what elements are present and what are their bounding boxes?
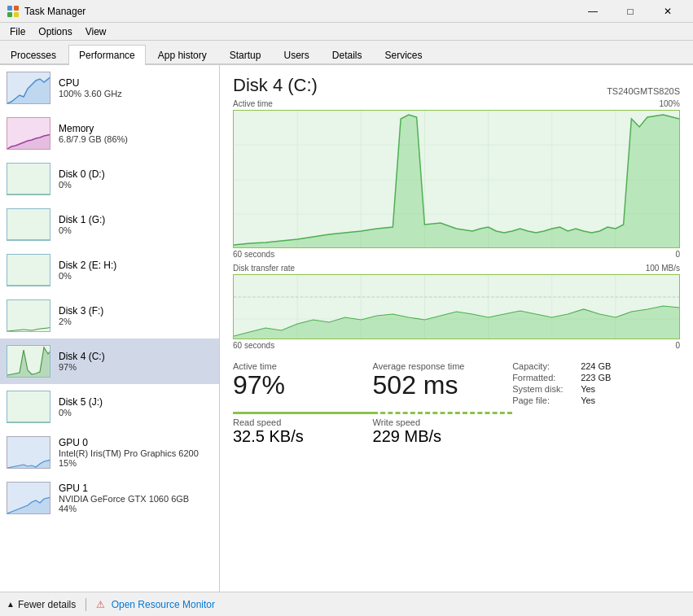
sidebar-item-disk1[interactable]: Disk 1 (G:) 0% bbox=[0, 202, 219, 247]
disk3-name: Disk 3 (F:) bbox=[59, 305, 213, 317]
active-time-max: 100% bbox=[659, 99, 680, 108]
svg-marker-6 bbox=[7, 347, 50, 378]
svg-rect-1 bbox=[14, 6, 19, 11]
menu-view[interactable]: View bbox=[79, 24, 113, 39]
panel-title: Disk 4 (C:) bbox=[233, 75, 318, 96]
open-resource-monitor-button[interactable]: ⚠ Open Resource Monitor bbox=[96, 599, 215, 610]
avg-response-value: 502 ms bbox=[373, 371, 513, 400]
active-time-min: 0 bbox=[675, 250, 680, 259]
disk1-value: 0% bbox=[59, 225, 213, 235]
cpu-info: CPU 100% 3.60 GHz bbox=[59, 77, 213, 98]
read-speed-value: 32.5 KB/s bbox=[233, 427, 373, 446]
svg-rect-0 bbox=[7, 6, 12, 11]
svg-marker-4 bbox=[7, 76, 50, 104]
gpu0-value: 15% bbox=[59, 458, 213, 468]
cpu-value: 100% 3.60 GHz bbox=[59, 89, 213, 98]
gpu1-name: GPU 1 bbox=[59, 483, 213, 494]
close-button[interactable]: ✕ bbox=[649, 0, 686, 23]
menu-file[interactable]: File bbox=[3, 24, 32, 39]
window-title: Task Manager bbox=[24, 6, 574, 17]
gpu1-model: NVIDIA GeForce GTX 1060 6GB bbox=[59, 494, 213, 504]
fewer-details-button[interactable]: ▲ Fewer details bbox=[7, 599, 76, 610]
disk4-thumbnail bbox=[7, 345, 50, 378]
disk5-thumbnail bbox=[7, 391, 50, 423]
sidebar-item-memory[interactable]: Memory 6.8/7.9 GB (86%) bbox=[0, 111, 219, 156]
info-col: Capacity: 224 GB Formatted: 223 GB Syste… bbox=[512, 361, 680, 407]
write-speed-label: Write speed bbox=[373, 417, 513, 427]
write-speed-col: Write speed 229 MB/s bbox=[373, 412, 513, 446]
disk2-thumbnail bbox=[7, 254, 50, 286]
disk1-name: Disk 1 (G:) bbox=[59, 214, 213, 225]
cpu-name: CPU bbox=[59, 77, 213, 89]
gpu1-value: 44% bbox=[59, 504, 213, 513]
gpu1-thumbnail bbox=[7, 482, 50, 514]
formatted-value: 223 GB bbox=[581, 373, 611, 382]
write-speed-value: 229 MB/s bbox=[373, 427, 513, 446]
menu-options[interactable]: Options bbox=[32, 24, 78, 39]
memory-thumbnail bbox=[7, 117, 50, 150]
svg-rect-2 bbox=[7, 12, 12, 17]
disk0-value: 0% bbox=[59, 180, 213, 190]
disk1-info: Disk 1 (G:) 0% bbox=[59, 214, 213, 235]
tab-app-history[interactable]: App history bbox=[147, 45, 217, 65]
disk2-info: Disk 2 (E: H:) 0% bbox=[59, 260, 213, 281]
formatted-label: Formatted: bbox=[512, 373, 577, 382]
disk3-value: 2% bbox=[59, 317, 213, 326]
main-content: CPU 100% 3.60 GHz Memory 6.8/7.9 GB (86%… bbox=[0, 65, 693, 592]
stats-section: Active time 97% Average response time 50… bbox=[233, 361, 680, 407]
tab-startup[interactable]: Startup bbox=[219, 45, 272, 65]
sidebar-item-disk4[interactable]: Disk 4 (C:) 97% bbox=[0, 339, 219, 384]
tab-users[interactable]: Users bbox=[273, 45, 319, 65]
sidebar-item-disk3[interactable]: Disk 3 (F:) 2% bbox=[0, 293, 219, 339]
active-time-section: Active time 100% bbox=[233, 99, 680, 259]
system-disk-label: System disk: bbox=[512, 384, 577, 394]
page-file-label: Page file: bbox=[512, 395, 577, 405]
sidebar: CPU 100% 3.60 GHz Memory 6.8/7.9 GB (86%… bbox=[0, 65, 220, 592]
sidebar-item-cpu[interactable]: CPU 100% 3.60 GHz bbox=[0, 65, 219, 111]
tab-processes[interactable]: Processes bbox=[0, 45, 67, 65]
gpu0-model: Intel(R) Iris(TM) Pro Graphics 6200 bbox=[59, 448, 213, 458]
disk2-value: 0% bbox=[59, 271, 213, 281]
maximize-button[interactable]: □ bbox=[612, 0, 649, 23]
svg-marker-8 bbox=[7, 497, 50, 514]
transfer-rate-chart bbox=[233, 274, 680, 339]
capacity-label: Capacity: bbox=[512, 361, 577, 371]
avg-response-stat: Average response time 502 ms bbox=[373, 361, 513, 407]
sidebar-item-gpu0[interactable]: GPU 0 Intel(R) Iris(TM) Pro Graphics 620… bbox=[0, 430, 219, 475]
active-time-stat-value: 97% bbox=[233, 371, 373, 400]
disk0-info: Disk 0 (D:) 0% bbox=[59, 168, 213, 190]
sidebar-item-disk5[interactable]: Disk 5 (J:) 0% bbox=[0, 384, 219, 430]
app-icon bbox=[7, 5, 20, 18]
system-disk-value: Yes bbox=[581, 384, 595, 394]
right-panel: Disk 4 (C:) TS240GMTS820S Active time 10… bbox=[220, 65, 693, 592]
sidebar-item-gpu1[interactable]: GPU 1 NVIDIA GeForce GTX 1060 6GB 44% bbox=[0, 475, 219, 521]
system-disk-row: System disk: Yes bbox=[512, 384, 680, 394]
resource-monitor-icon: ⚠ bbox=[96, 599, 105, 610]
bottom-divider bbox=[86, 598, 86, 611]
sidebar-item-disk0[interactable]: Disk 0 (D:) 0% bbox=[0, 156, 219, 202]
cpu-thumbnail bbox=[7, 72, 50, 104]
minimize-button[interactable]: — bbox=[574, 0, 612, 23]
open-resource-monitor-label: Open Resource Monitor bbox=[112, 599, 215, 610]
disk4-info: Disk 4 (C:) 97% bbox=[59, 351, 213, 372]
sidebar-item-disk2[interactable]: Disk 2 (E: H:) 0% bbox=[0, 247, 219, 293]
speed-section: Read speed 32.5 KB/s Write speed 229 MB/… bbox=[233, 412, 680, 446]
active-time-chart bbox=[233, 110, 680, 248]
disk5-info: Disk 5 (J:) 0% bbox=[59, 396, 213, 417]
disk0-thumbnail bbox=[7, 163, 50, 195]
disk4-name: Disk 4 (C:) bbox=[59, 351, 213, 362]
panel-model: TS240GMTS820S bbox=[607, 86, 680, 96]
tab-bar: Processes Performance App history Startu… bbox=[0, 41, 693, 65]
tab-details[interactable]: Details bbox=[322, 45, 373, 65]
transfer-rate-label: Disk transfer rate bbox=[233, 264, 295, 273]
transfer-seconds: 60 seconds bbox=[233, 341, 274, 350]
transfer-rate-section: Disk transfer rate 100 MB/s bbox=[233, 264, 680, 350]
panel-header: Disk 4 (C:) TS240GMTS820S bbox=[233, 75, 680, 96]
tab-performance[interactable]: Performance bbox=[68, 45, 146, 65]
disk0-name: Disk 0 (D:) bbox=[59, 168, 213, 180]
tab-services[interactable]: Services bbox=[375, 45, 433, 65]
memory-value: 6.8/7.9 GB (86%) bbox=[59, 134, 213, 144]
page-file-row: Page file: Yes bbox=[512, 395, 680, 405]
disk3-info: Disk 3 (F:) 2% bbox=[59, 305, 213, 326]
memory-name: Memory bbox=[59, 123, 213, 134]
